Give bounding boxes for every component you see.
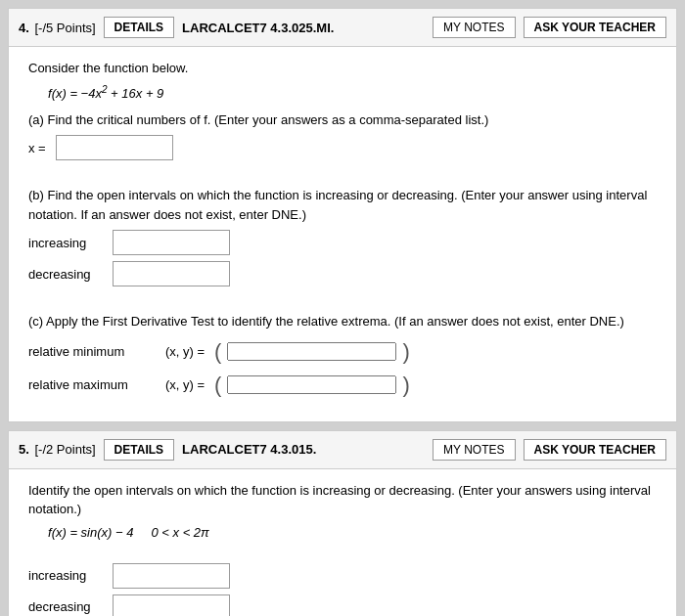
rel-max-xy: (x, y) = bbox=[165, 377, 205, 392]
x-equals-label: x = bbox=[28, 141, 46, 155]
rel-max-paren-open: ( bbox=[214, 373, 221, 398]
my-notes-button-5[interactable]: MY NOTES bbox=[433, 439, 515, 461]
problem-4-number: 4. [-/5 Points] bbox=[19, 21, 96, 35]
problem-5-number: 5. [-/2 Points] bbox=[19, 442, 96, 457]
rel-max-paren-close: ) bbox=[402, 373, 409, 398]
increasing-input[interactable] bbox=[113, 230, 230, 255]
increasing-input-5[interactable] bbox=[113, 563, 230, 589]
problem-4-intro: Consider the function below. bbox=[28, 59, 657, 78]
problem-4-part-c: (c) Apply the First Derivative Test to i… bbox=[28, 312, 657, 331]
rel-max-label: relative maximum bbox=[28, 377, 156, 392]
increasing-label-5: increasing bbox=[28, 568, 107, 583]
decreasing-label-5: decreasing bbox=[28, 599, 107, 614]
problem-5-function: f(x) = sin(x) − 4 0 < x < 2π bbox=[48, 525, 657, 540]
problem-5-intro: Identify the open intervals on which the… bbox=[28, 481, 657, 519]
rel-max-input[interactable] bbox=[227, 375, 396, 394]
problem-5-code: LARCALCET7 4.3.015. bbox=[182, 442, 425, 457]
problem-5: 5. [-/2 Points] DETAILS LARCALCET7 4.3.0… bbox=[8, 430, 677, 616]
critical-numbers-row: x = bbox=[28, 135, 657, 160]
decreasing-input[interactable] bbox=[113, 261, 230, 286]
problem-5-body: Identify the open intervals on which the… bbox=[9, 469, 676, 616]
increasing-label: increasing bbox=[28, 236, 107, 250]
rel-min-xy: (x, y) = bbox=[165, 344, 205, 359]
details-button-4[interactable]: DETAILS bbox=[104, 17, 174, 38]
decreasing-label: decreasing bbox=[28, 267, 107, 282]
rel-min-paren-close: ) bbox=[402, 339, 409, 365]
rel-min-label: relative minimum bbox=[28, 344, 156, 359]
increasing-row-5: increasing bbox=[28, 563, 657, 589]
decreasing-input-5[interactable] bbox=[113, 594, 230, 616]
ask-teacher-button-5[interactable]: ASK YOUR TEACHER bbox=[524, 439, 666, 461]
problem-4-part-b: (b) Find the open intervals on which the… bbox=[28, 186, 657, 224]
problem-4-function: f(x) = −4x2 + 16x + 9 bbox=[48, 84, 657, 101]
decreasing-row: decreasing bbox=[28, 261, 657, 286]
problem-5-header: 5. [-/2 Points] DETAILS LARCALCET7 4.3.0… bbox=[9, 431, 676, 469]
rel-min-row: relative minimum (x, y) = ( ) bbox=[28, 339, 657, 365]
critical-numbers-input[interactable] bbox=[56, 135, 173, 160]
problem-4-body: Consider the function below. f(x) = −4x2… bbox=[9, 47, 676, 421]
increasing-row: increasing bbox=[28, 230, 657, 255]
rel-max-row: relative maximum (x, y) = ( ) bbox=[28, 373, 657, 398]
ask-teacher-button-4[interactable]: ASK YOUR TEACHER bbox=[524, 17, 666, 38]
problem-4-part-a: (a) Find the critical numbers of f. (Ent… bbox=[28, 110, 657, 130]
problem-4-header: 4. [-/5 Points] DETAILS LARCALCET7 4.3.0… bbox=[9, 9, 676, 47]
problem-4-code: LARCALCET7 4.3.025.MI. bbox=[182, 21, 425, 35]
rel-min-input[interactable] bbox=[227, 342, 396, 361]
problem-4: 4. [-/5 Points] DETAILS LARCALCET7 4.3.0… bbox=[8, 8, 677, 422]
my-notes-button-4[interactable]: MY NOTES bbox=[433, 17, 515, 38]
decreasing-row-5: decreasing bbox=[28, 594, 657, 616]
details-button-5[interactable]: DETAILS bbox=[104, 439, 174, 461]
rel-min-paren-open: ( bbox=[214, 339, 221, 365]
